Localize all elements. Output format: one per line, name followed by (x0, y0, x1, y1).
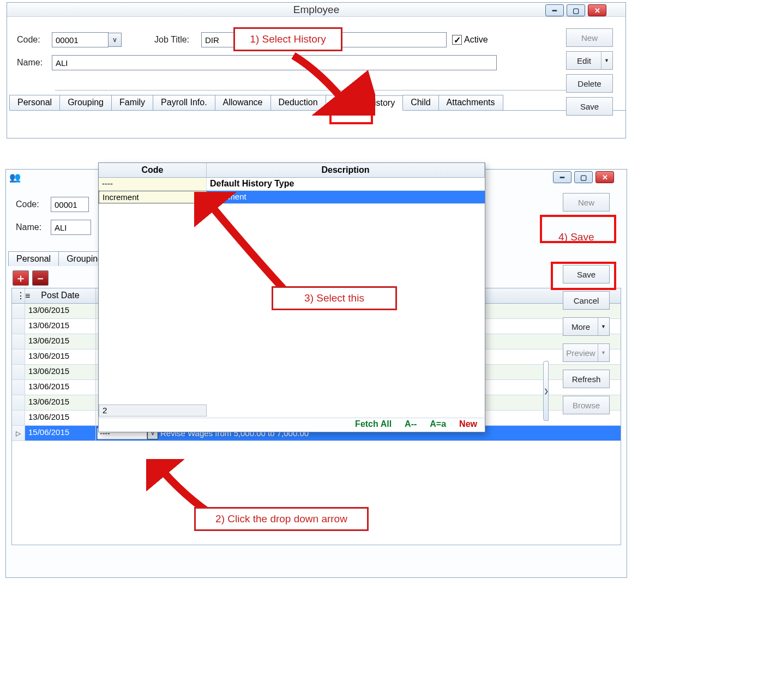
active-checkbox[interactable]: ✓ Active (452, 35, 488, 45)
minimize-button-top[interactable]: ━ (545, 4, 564, 16)
popup-new[interactable]: New (459, 419, 477, 431)
tab-note[interactable]: Note (326, 95, 360, 110)
new-button-top[interactable]: New (566, 28, 613, 47)
name2-field[interactable]: ALI (51, 220, 91, 235)
browse-button[interactable]: Browse (563, 396, 610, 414)
label2-code: Code: (16, 200, 46, 209)
save-button-top[interactable]: Save (566, 97, 613, 116)
window-title: Employee (7, 3, 625, 17)
remove-row-button[interactable]: － (32, 270, 49, 286)
divider (55, 90, 577, 90)
label-jobtitle: Job Title: (154, 35, 197, 45)
label-name: Name: (17, 58, 47, 68)
tab-family[interactable]: Family (111, 95, 153, 110)
close-button-top[interactable]: ✕ (588, 4, 606, 16)
cancel-button[interactable]: Cancel (563, 291, 610, 310)
popup-col-code[interactable]: Code (99, 163, 207, 177)
grid-corner[interactable]: ⋮≡ (12, 288, 25, 303)
code-field[interactable]: 00001 (52, 32, 109, 47)
people-icon (9, 173, 21, 185)
tab-personal[interactable]: Personal (9, 95, 60, 110)
tab-history[interactable]: History (359, 95, 403, 111)
maximize-button-bottom[interactable]: ▢ (574, 171, 593, 183)
maximize-button-top[interactable]: ▢ (567, 4, 585, 16)
callout-3: 3) Select this (272, 286, 397, 310)
code2-field[interactable]: 00001 (51, 197, 89, 212)
tab-bar-top: Personal Grouping Family Payroll Info. A… (9, 95, 625, 111)
tab2-personal[interactable]: Personal (8, 251, 59, 266)
callout-2: 2) Click the drop down arrow (194, 507, 369, 531)
popup-fetch-all[interactable]: Fetch All (355, 419, 392, 431)
tab-payroll-info[interactable]: Payroll Info. (153, 95, 215, 110)
tab-deduction[interactable]: Deduction (270, 95, 326, 110)
tab-attachments[interactable]: Attachments (438, 95, 503, 110)
checkbox-icon: ✓ (452, 35, 462, 45)
refresh-button[interactable]: Refresh (563, 370, 610, 388)
grid-col-postdate[interactable]: Post Date (25, 288, 96, 303)
close-button-bottom[interactable]: ✕ (595, 171, 614, 183)
tab-allowance[interactable]: Allowance (215, 95, 271, 110)
popup-row-increment[interactable]: Increment Increment (99, 191, 485, 204)
tab-child[interactable]: Child (402, 95, 438, 110)
minimize-button-bottom[interactable]: ━ (553, 171, 571, 183)
popup-status: 2 (99, 405, 207, 417)
more-button[interactable]: More (563, 317, 610, 336)
popup-row-default[interactable]: ---- Default History Type (99, 178, 485, 191)
preview-button[interactable]: Preview (563, 343, 610, 362)
side-expand-handle[interactable]: ❯ (543, 361, 549, 421)
popup-col-desc[interactable]: Description (207, 163, 485, 177)
edit-button-top[interactable]: Edit (566, 51, 613, 70)
add-row-button[interactable]: ＋ (13, 270, 29, 286)
code-dropdown-arrow[interactable]: v (109, 33, 122, 47)
delete-button-top[interactable]: Delete (566, 74, 613, 93)
label2-name: Name: (16, 222, 46, 232)
employee-window-top: Employee Code: 00001 v Job Title: DIR ✓ … (7, 2, 626, 138)
active-label: Active (464, 35, 488, 45)
popup-filter-a[interactable]: A-- (405, 419, 417, 431)
label-code: Code: (17, 35, 47, 45)
save-button[interactable]: Save (563, 265, 610, 283)
name-field[interactable]: ALI (52, 55, 497, 70)
callout-1: 1) Select History (233, 27, 342, 51)
new-button[interactable]: New (563, 193, 610, 212)
popup-filter-aa[interactable]: A=a (430, 419, 446, 431)
tab-grouping[interactable]: Grouping (59, 95, 112, 110)
callout-4: 4) Save (550, 227, 603, 248)
